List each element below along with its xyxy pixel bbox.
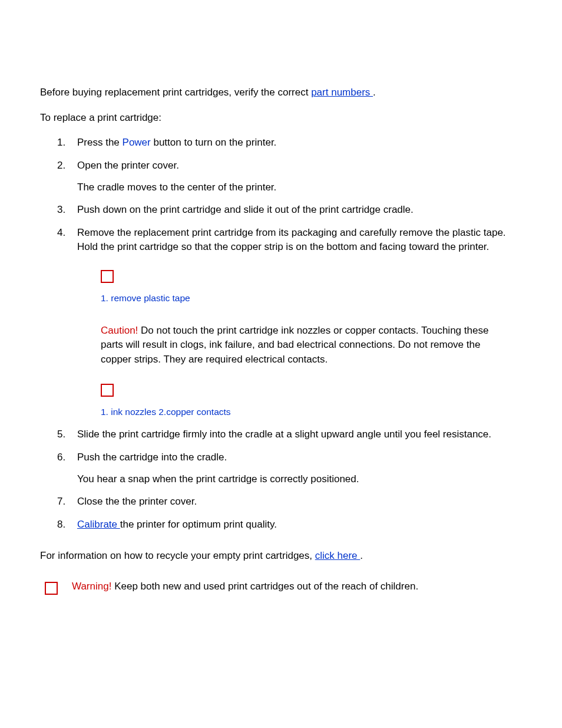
lead-paragraph: To replace a print cartridge: (40, 111, 522, 126)
step-3: Push down on the print cartridge and sli… (68, 203, 522, 218)
calibrate-link[interactable]: Calibrate (77, 519, 120, 530)
step-1-pre: Press the (77, 137, 123, 148)
figure-2: 1. ink nozzles 2.copper contacts (77, 384, 522, 420)
recycle-post: . (360, 550, 363, 561)
step-5: Slide the print cartridge firmly into th… (68, 427, 522, 442)
recycle-paragraph: For information on how to recycle your e… (40, 549, 522, 564)
step-6: Push the cartridge into the cradle. You … (68, 450, 522, 486)
figure-1-caption: 1. remove plastic tape (101, 293, 190, 303)
step-4-text: Remove the replacement print cartridge f… (77, 227, 506, 253)
intro-text-after: . (373, 87, 376, 98)
step-6-sub: You hear a snap when the print cartridge… (77, 472, 522, 487)
caution-text: Do not touch the print cartridge ink noz… (101, 325, 488, 365)
warning-label: Warning! (72, 581, 111, 592)
step-7: Close the the printer cover. (68, 495, 522, 509)
step-1-post: button to turn on the printer. (151, 137, 277, 148)
part-numbers-link[interactable]: part numbers (311, 87, 373, 98)
caution-label: Caution! (101, 325, 138, 336)
recycle-pre: For information on how to recycle your e… (40, 550, 315, 561)
steps-list: Press the Power button to turn on the pr… (40, 136, 522, 532)
warning-body: Keep both new and used print cartridges … (111, 581, 418, 592)
intro-text-before: Before buying replacement print cartridg… (40, 87, 311, 98)
caution-block: Caution! Do not touch the print cartridg… (77, 324, 522, 367)
warning-text-container: Warning! Keep both new and used print ca… (72, 579, 522, 594)
warning-block: Warning! Keep both new and used print ca… (40, 579, 522, 595)
step-2-sub: The cradle moves to the center of the pr… (77, 180, 522, 195)
step-2: Open the printer cover. The cradle moves… (68, 159, 522, 195)
intro-paragraph: Before buying replacement print cartridg… (40, 85, 522, 100)
step-1: Press the Power button to turn on the pr… (68, 136, 522, 150)
step-6-text: Push the cartridge into the cradle. (77, 452, 227, 463)
click-here-link[interactable]: click here (315, 550, 361, 561)
step-8-post: the printer for optimum print quality. (120, 519, 277, 530)
step-8: Calibrate the printer for optimum print … (68, 518, 522, 532)
figure-2-caption: 1. ink nozzles 2.copper contacts (101, 407, 231, 417)
figure-1-image-placeholder (101, 270, 114, 283)
power-term: Power (123, 137, 151, 148)
step-2-text: Open the printer cover. (77, 160, 179, 171)
figure-1: 1. remove plastic tape (77, 270, 522, 306)
figure-2-image-placeholder (101, 384, 114, 397)
warning-icon (45, 582, 58, 595)
step-4: Remove the replacement print cartridge f… (68, 226, 522, 419)
